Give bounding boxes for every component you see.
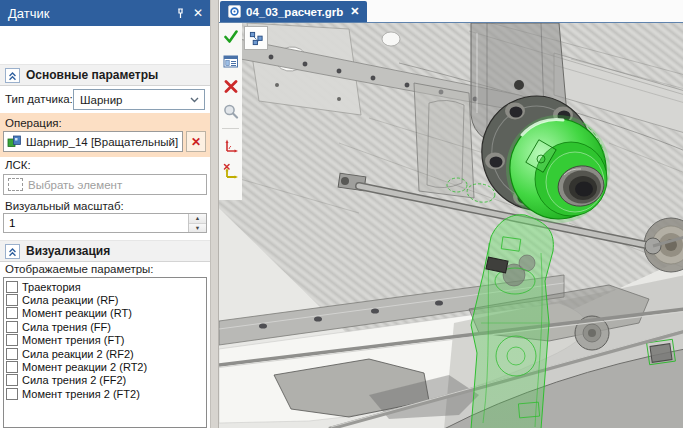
param-label: Сила трения (FF) (22, 321, 111, 333)
toolbar-separator (222, 128, 239, 129)
sensor-panel: Датчик ✕ Основные параметры Тип дат (0, 0, 210, 428)
panel-titlebar: Датчик ✕ (0, 0, 210, 26)
lcs-target-axes-button[interactable] (220, 160, 241, 181)
sensor-type-label: Тип датчика: (5, 93, 73, 105)
params-listbox[interactable]: Траектория Сила реакции (RF) Момент реак… (3, 277, 207, 428)
operation-value: Шарнир_14 [Вращательный] (26, 136, 178, 148)
spin-down-button[interactable]: ▼ (189, 224, 206, 233)
param-list-item[interactable]: Момент реакции 2 (RT2) (4, 360, 206, 373)
properties-icon (223, 54, 239, 69)
viewport-toolbar (219, 23, 242, 200)
pin-icon[interactable] (171, 4, 189, 22)
displayed-params-label: Отображаемые параметры: (5, 263, 154, 275)
magnifier-icon (223, 104, 239, 119)
checkbox[interactable] (6, 374, 18, 386)
lcs-placeholder: Выбрать элемент (28, 179, 122, 191)
param-list-item[interactable]: Сила реакции 2 (RF2) (4, 347, 206, 360)
lcs-axes-button[interactable] (220, 135, 241, 156)
param-list-item[interactable]: Момент трения 2 (FT2) (4, 387, 206, 400)
sensor-type-dropdown[interactable]: Шарнир (73, 89, 205, 110)
3d-canvas[interactable] (219, 22, 683, 428)
check-icon (223, 30, 239, 44)
checkbox[interactable] (6, 361, 18, 373)
param-label: Момент трения 2 (FT2) (22, 388, 140, 400)
tab-title: 04_03_расчет.grb (246, 6, 343, 18)
coordinate-axes-icon (223, 138, 239, 154)
param-list-item[interactable]: Сила трения 2 (FF2) (4, 374, 206, 387)
checkbox[interactable] (6, 348, 18, 360)
tab-close-icon[interactable]: ✕ (350, 5, 359, 18)
3d-scene[interactable] (219, 23, 683, 428)
document-icon (228, 5, 241, 18)
chevron-down-icon (190, 97, 199, 103)
properties-button[interactable] (220, 51, 241, 72)
param-label: Сила трения 2 (FF2) (22, 374, 126, 386)
visual-scale-label: Визуальный масштаб: (5, 200, 124, 212)
close-icon[interactable]: ✕ (189, 4, 207, 22)
section-main-params[interactable]: Основные параметры (0, 64, 210, 86)
document-tabbar: 04_03_расчет.grb ✕ (219, 0, 683, 23)
operation-field[interactable]: Шарнир_14 [Вращательный] (3, 131, 183, 152)
param-label: Сила реакции (RF) (22, 294, 118, 306)
sensor-type-value: Шарнир (80, 94, 190, 106)
structure-icon (249, 31, 264, 46)
document-tab[interactable]: 04_03_расчет.grb ✕ (220, 1, 367, 22)
confirm-button[interactable] (220, 26, 241, 47)
checkbox[interactable] (6, 321, 18, 333)
preview-button-disabled[interactable] (220, 101, 241, 122)
collapse-chevron-icon[interactable] (5, 244, 20, 259)
param-label: Траектория (22, 281, 81, 293)
cancel-button[interactable] (220, 76, 241, 97)
panel-title: Датчик (8, 6, 171, 21)
checkbox[interactable] (6, 388, 18, 400)
section-title: Визуализация (26, 244, 110, 258)
visual-scale-spinner: ▲ ▼ (3, 213, 207, 233)
operation-label: Операция: (5, 117, 62, 129)
checkbox[interactable] (6, 294, 18, 306)
select-element-icon (8, 178, 23, 191)
checkbox[interactable] (6, 281, 18, 293)
cross-icon (224, 80, 238, 93)
coordinate-axes-break-icon (223, 163, 239, 179)
clear-operation-button[interactable]: ✕ (186, 131, 206, 152)
visual-scale-input[interactable] (4, 214, 188, 232)
param-label: Момент реакции 2 (RT2) (22, 361, 147, 373)
checkbox[interactable] (6, 307, 18, 319)
param-label: Сила реакции 2 (RF2) (22, 348, 134, 360)
param-list-item[interactable]: Сила реакции (RF) (4, 293, 206, 306)
spin-up-button[interactable]: ▲ (189, 214, 206, 224)
joint-operation-icon (7, 135, 22, 148)
param-label: Момент трения (FT) (22, 334, 125, 346)
panel-splitter[interactable] (210, 0, 219, 428)
param-list-item[interactable]: Траектория (4, 280, 206, 293)
param-list-item[interactable]: Момент реакции (RT) (4, 307, 206, 320)
model-structure-button[interactable] (244, 26, 268, 50)
param-list-item[interactable]: Момент трения (FT) (4, 334, 206, 347)
lcs-field[interactable]: Выбрать элемент (3, 174, 207, 195)
param-list-item[interactable]: Сила трения (FF) (4, 320, 206, 333)
checkbox[interactable] (6, 334, 18, 346)
collapse-chevron-icon[interactable] (5, 68, 20, 83)
section-title: Основные параметры (26, 68, 158, 82)
param-label: Момент реакции (RT) (22, 307, 132, 319)
application-window: Датчик ✕ Основные параметры Тип дат (0, 0, 683, 428)
document-viewport: 04_03_расчет.grb ✕ (219, 0, 683, 428)
lcs-label: ЛСК: (5, 159, 31, 171)
section-visualization[interactable]: Визуализация (0, 240, 210, 262)
